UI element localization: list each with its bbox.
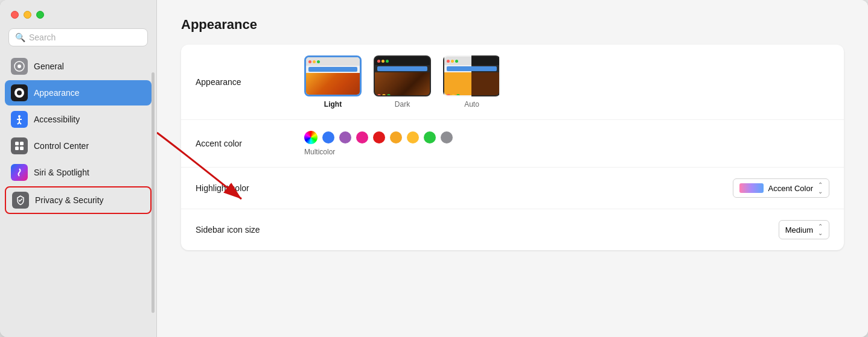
dark-dot-red	[377, 60, 380, 63]
dt-dot-y	[382, 94, 386, 96]
general-icon	[11, 58, 28, 75]
sidebar-item-accessibility-label: Accessibility	[34, 115, 80, 124]
sidebar-icon-size-row: Sidebar icon size Medium ⌃⌄	[181, 209, 844, 250]
search-box[interactable]: 🔍 Search	[8, 28, 148, 46]
appearance-option-auto[interactable]: Auto	[443, 55, 500, 109]
accent-color-control: Multicolor	[304, 131, 829, 156]
light-label: Light	[324, 100, 342, 109]
light-thumb-bar	[308, 67, 357, 72]
sidebar-item-general-label: General	[34, 61, 64, 71]
auto-titlebar	[444, 57, 499, 65]
system-preferences-window: 🔍 Search General	[0, 0, 868, 337]
siri-icon	[11, 164, 28, 181]
accent-green[interactable]	[424, 131, 436, 143]
appearance-row: Appearance	[181, 45, 844, 120]
svg-line-7	[18, 122, 19, 124]
auto-dot-yellow	[451, 60, 454, 63]
t-dot-g	[318, 95, 322, 96]
sidebar-item-general[interactable]: General	[5, 54, 152, 79]
search-placeholder: Search	[29, 33, 56, 42]
accent-yellow[interactable]	[407, 131, 419, 143]
accessibility-icon	[11, 111, 28, 128]
sidebar-item-appearance[interactable]: Appearance	[5, 80, 152, 106]
sidebar-item-accessibility[interactable]: Accessibility	[5, 107, 152, 132]
thumb-dot-green	[317, 60, 320, 63]
sidebar-icon-size-control: Medium ⌃⌄	[304, 220, 829, 239]
sidebar-item-appearance-label: Appearance	[34, 88, 80, 98]
appearance-setting-label: Appearance	[196, 77, 304, 87]
auto-label: Auto	[464, 100, 479, 109]
svg-rect-10	[20, 142, 24, 145]
sidebar-nav: General Appearance	[0, 54, 156, 337]
close-button[interactable]	[11, 11, 19, 19]
maximize-button[interactable]	[36, 11, 44, 19]
dark-thumb-body	[375, 72, 430, 96]
highlight-swatch	[739, 183, 764, 193]
at-dot-r	[447, 94, 450, 96]
light-thumb-body	[306, 73, 360, 96]
auto-thumb-body	[444, 72, 499, 96]
auto-dot-green	[455, 60, 458, 63]
thumb-dot-yellow	[313, 60, 316, 63]
appearance-option-dark[interactable]: Dark	[374, 55, 431, 109]
svg-point-3	[17, 90, 22, 95]
dark-thumb[interactable]	[374, 55, 431, 96]
minimize-button[interactable]	[24, 11, 31, 19]
appearance-option-light[interactable]: Light	[304, 55, 362, 109]
highlight-color-label: Highlight color	[196, 183, 304, 193]
appearance-options: Light	[304, 55, 500, 109]
accent-sublabel: Multicolor	[304, 148, 453, 156]
accent-orange[interactable]	[390, 131, 402, 143]
light-titlebar	[306, 57, 360, 66]
sidebar: 🔍 Search General	[0, 0, 157, 337]
accent-graphite[interactable]	[441, 131, 453, 143]
dark-dot-yellow	[381, 60, 385, 63]
search-icon: 🔍	[15, 33, 25, 42]
accent-color-row: Accent color	[181, 120, 844, 168]
sidebar-icon-size-label: Sidebar icon size	[196, 225, 304, 235]
dark-titlebar	[375, 57, 430, 65]
dark-thumb-dots	[377, 94, 391, 96]
control-center-icon	[11, 137, 28, 154]
svg-rect-12	[20, 146, 24, 150]
sidebar-item-siri[interactable]: Siri & Spotlight	[5, 160, 152, 185]
accent-colors	[304, 131, 453, 144]
settings-panel: Appearance	[181, 45, 844, 250]
auto-thumb-bar	[447, 66, 497, 71]
svg-point-4	[18, 115, 21, 118]
sidebar-item-siri-label: Siri & Spotlight	[34, 168, 89, 177]
highlight-dropdown-chevron: ⌃⌄	[818, 181, 823, 195]
sidebar-scrollbar[interactable]	[152, 72, 155, 313]
accent-red[interactable]	[373, 131, 385, 143]
t-dot-y	[313, 95, 317, 96]
sidebar-item-control-center[interactable]: Control Center	[5, 133, 152, 159]
sidebar-icon-size-dropdown[interactable]: Medium ⌃⌄	[779, 220, 829, 239]
dt-dot-g	[387, 94, 391, 96]
at-dot-g	[456, 94, 460, 96]
highlight-color-dropdown[interactable]: Accent Color ⌃⌄	[733, 178, 829, 198]
highlight-color-value: Accent Color	[768, 184, 813, 193]
highlight-color-row: Highlight color Accent Color ⌃⌄	[181, 168, 844, 209]
light-thumb-dots	[308, 95, 322, 96]
sidebar-size-dropdown-chevron: ⌃⌄	[818, 223, 823, 236]
thumb-dot-red	[308, 60, 311, 63]
auto-dot-red	[447, 60, 450, 63]
accent-color-label: Accent color	[196, 139, 304, 148]
auto-thumb[interactable]	[443, 55, 500, 96]
accent-blue[interactable]	[322, 131, 334, 143]
t-dot-r	[308, 95, 312, 96]
accent-pink[interactable]	[356, 131, 368, 143]
accent-colors-wrap: Multicolor	[304, 131, 453, 156]
svg-rect-11	[15, 146, 19, 150]
accent-purple[interactable]	[339, 131, 351, 143]
sidebar-item-privacy-label: Privacy & Security	[35, 195, 104, 205]
light-thumb[interactable]	[304, 55, 362, 96]
traffic-lights	[0, 0, 156, 26]
highlight-color-control: Accent Color ⌃⌄	[304, 178, 829, 198]
sidebar-icon-size-value: Medium	[785, 225, 813, 235]
main-content: Appearance Appearance	[157, 0, 868, 337]
appearance-control: Light	[304, 55, 829, 109]
accent-multicolor[interactable]	[304, 131, 318, 144]
dark-dot-green	[386, 60, 389, 63]
sidebar-item-privacy[interactable]: Privacy & Security	[5, 186, 152, 214]
